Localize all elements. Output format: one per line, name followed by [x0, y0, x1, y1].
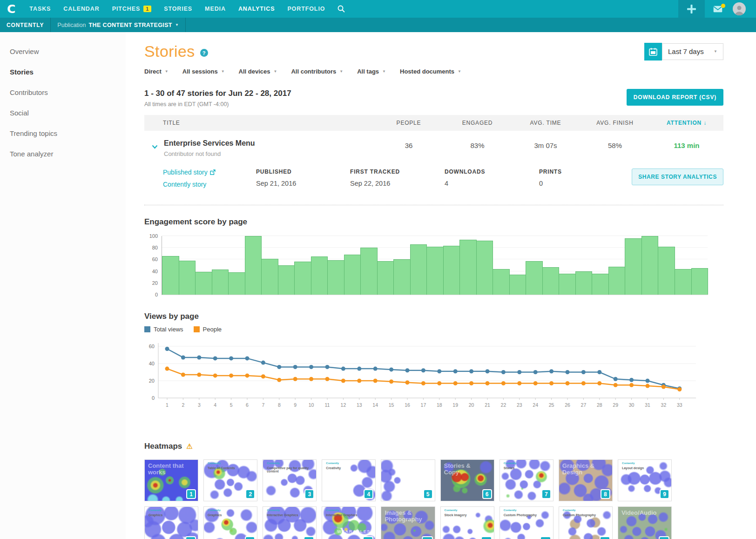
heatmap-thumbnail-18[interactable]: Video/Audio18 [618, 506, 672, 539]
nav-item-stories[interactable]: STORIES [164, 6, 192, 12]
svg-text:20: 20 [149, 378, 155, 384]
heatmap-thumbnail-15[interactable]: Stock ImageryContently15 [440, 506, 494, 539]
heatmap-thumbnail-9[interactable]: Layout designContently9 [618, 459, 672, 501]
date-range-picker[interactable]: Last 7 days ▼ [644, 43, 723, 61]
page-brand-mark: Contently [267, 462, 280, 465]
heatmap-number-badge: 7 [541, 489, 551, 499]
sidebar-item-overview[interactable]: Overview [0, 41, 126, 62]
filter-all-sessions[interactable]: All sessions▼ [182, 68, 225, 75]
publication-selector[interactable]: Publication THE CONTENT STRATEGIST ▼ [51, 18, 185, 32]
bar-page-12 [344, 255, 361, 295]
page-brand-mark: Contently [504, 462, 517, 465]
svg-text:27: 27 [581, 402, 587, 408]
main-content: Stories ? Last 7 days ▼ Direct▼All sessi… [126, 32, 756, 539]
svg-text:31: 31 [645, 402, 650, 408]
nav-item-tasks[interactable]: TASKS [29, 6, 51, 12]
column-header-people[interactable]: PEOPLE [374, 120, 444, 126]
bar-page-21 [493, 269, 510, 295]
bar-page-18 [443, 246, 460, 295]
published-story-link-label: Published story [163, 168, 208, 176]
heatmap-thumbnail-1[interactable]: Content that works1 [144, 459, 198, 501]
filter-all-contributors[interactable]: All contributors▼ [291, 68, 343, 75]
nav-item-calendar[interactable]: CALENDAR [63, 6, 99, 12]
sidebar-item-tone-analyzer[interactable]: Tone analyzer [0, 144, 126, 164]
column-header-avg-finish[interactable]: AVG. FINISH [580, 120, 650, 126]
story-title[interactable]: Enterprise Services Menu [164, 139, 255, 148]
heatmap-thumbnail-6[interactable]: Stories & Copy6 [440, 459, 494, 501]
chevron-down-icon: ▼ [175, 23, 179, 27]
sidebar-item-trending-topics[interactable]: Trending topics [0, 123, 126, 144]
heatmap-page-label: Graphics [208, 513, 253, 517]
share-story-analytics-button[interactable]: SHARE STORY ANALYTICS [632, 168, 723, 185]
filter-direct[interactable]: Direct▼ [144, 68, 169, 75]
svg-text:2: 2 [182, 402, 184, 408]
nav-item-pitches[interactable]: PITCHES1 [112, 6, 152, 12]
stories-count-title: 1 - 30 of 47 stories for Jun 22 - 28, 20… [144, 89, 291, 98]
column-header-avg-time[interactable]: AVG. TIME [511, 120, 580, 126]
legend-people: People [194, 326, 222, 333]
contently-logo[interactable]: C [7, 2, 15, 16]
heatmap-thumbnail-10[interactable]: GraphicsContently10 [144, 506, 198, 539]
bar-page-3 [195, 272, 212, 295]
page-brand-mark: Contently [622, 462, 635, 465]
published-story-link[interactable]: Published story [163, 168, 256, 176]
filter-all-devices[interactable]: All devices▼ [239, 68, 277, 75]
svg-text:7: 7 [262, 402, 264, 408]
search-icon[interactable] [338, 5, 345, 13]
messages-icon[interactable] [713, 6, 722, 13]
download-report-button[interactable]: DOWNLOAD REPORT (CSV) [627, 89, 723, 106]
date-range-dropdown[interactable]: Last 7 days ▼ [662, 43, 723, 60]
contently-story-link[interactable]: Contently story [163, 181, 256, 188]
page-brand-mark: Contently [208, 509, 221, 512]
avatar[interactable] [733, 2, 746, 15]
sidebar-item-contributors[interactable]: Contributors [0, 82, 126, 103]
heatmap-thumbnail-3[interactable]: Competitive pay for quality contentConte… [263, 459, 317, 501]
heatmap-number-badge: 2 [245, 489, 255, 499]
heatmap-thumbnail-4[interactable]: CreativityContently4 [322, 459, 376, 501]
calendar-icon[interactable] [644, 43, 662, 61]
heatmap-page-label: Layout design [622, 466, 667, 470]
heatmap-thumbnail-17[interactable]: Custom PhotographyContently17 [559, 506, 613, 539]
nav-item-portfolio[interactable]: PORTFOLIO [287, 6, 325, 12]
nav-item-analytics[interactable]: ANALYTICS [238, 6, 275, 12]
filter-label: All contributors [291, 68, 336, 75]
svg-text:29: 29 [613, 402, 618, 408]
sidebar-item-social[interactable]: Social [0, 103, 126, 123]
column-header-engaged[interactable]: ENGAGED [444, 120, 511, 126]
svg-text:14: 14 [372, 402, 378, 408]
heatmap-overlay [441, 507, 494, 539]
column-header-attention[interactable]: ATTENTION ↓ [650, 120, 723, 126]
heatmap-page-label: Interactive Graphics [326, 513, 371, 517]
pitches-count-badge: 1 [143, 6, 151, 12]
heatmap-thumbnail-13[interactable]: Interactive GraphicsContentlyWEARABLES13 [322, 506, 376, 539]
heatmap-thumbnail-5[interactable]: 5 [381, 459, 435, 501]
help-icon[interactable]: ? [200, 49, 208, 57]
filter-hosted-documents[interactable]: Hosted documents▼ [400, 68, 461, 75]
heatmap-thumbnail-14[interactable]: Images & Photography14 [381, 506, 435, 539]
column-header-title[interactable]: TITLE [144, 120, 374, 126]
heatmap-page-sublabel: WEARABLES [337, 529, 371, 534]
heatmap-thumbnail-2[interactable]: Table of ContentsContently2 [203, 459, 257, 501]
y-axis-tick-label: 80 [152, 245, 158, 250]
nav-item-label: PITCHES [112, 6, 140, 12]
heatmap-thumbnail-16[interactable]: Custom PhotographyContently16 [500, 506, 554, 539]
table-header-row: TITLEPEOPLEENGAGEDAVG. TIMEAVG. FINISHAT… [144, 115, 723, 131]
collapse-row-chevron-icon[interactable] [152, 142, 158, 157]
bar-page-29 [625, 238, 642, 295]
field-label: PUBLISHED [256, 168, 350, 175]
heatmap-thumbnail-12[interactable]: Interactive GraphicsContently12 [263, 506, 317, 539]
create-new-button[interactable] [678, 0, 705, 18]
heatmap-thumbnail-11[interactable]: GraphicsContently11 [203, 506, 257, 539]
bar-page-33 [691, 268, 709, 295]
nav-item-media[interactable]: MEDIA [205, 6, 226, 12]
sidebar-item-stories[interactable]: Stories [0, 62, 126, 82]
heatmap-thumbnail-8[interactable]: Graphics & Design8 [559, 459, 613, 501]
filter-all-tags[interactable]: All tags▼ [357, 68, 386, 75]
attention-value: 113 min [650, 139, 723, 157]
page-brand-mark: Contently [148, 509, 162, 512]
page-brand-mark: Contently [504, 509, 517, 512]
heatmap-thumbnail-7[interactable]: StoriesContently7 [500, 459, 554, 501]
svg-text:1: 1 [166, 402, 169, 408]
contently-wordmark[interactable]: CONTENTLY [0, 22, 50, 28]
external-link-icon [210, 169, 216, 175]
